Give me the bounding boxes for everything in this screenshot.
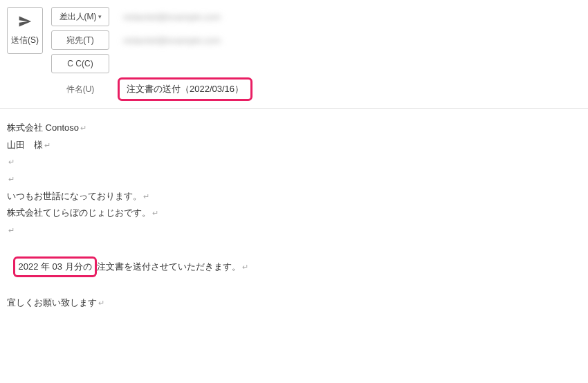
return-mark-icon: ↵	[143, 192, 149, 200]
body-line: 山田 様↵	[7, 137, 581, 154]
return-mark-icon: ↵	[80, 124, 86, 132]
to-button[interactable]: 宛先(T)	[51, 30, 109, 50]
body-line: ↵	[7, 222, 581, 239]
body-line: 2022 年 03 月分の注文書を送付させていただきます。↵	[7, 239, 581, 295]
subject-row: 件名(U) 注文書の送付（2022/03/16）	[51, 77, 581, 108]
from-address: redacted@example.com	[123, 12, 221, 22]
return-mark-icon: ↵	[152, 209, 158, 217]
from-label: 差出人(M)	[59, 11, 97, 23]
send-button[interactable]: 送信(S)	[7, 7, 43, 54]
body-line: ↵	[7, 153, 581, 171]
to-address: redacted@example.com	[123, 35, 221, 46]
return-mark-icon: ↵	[242, 263, 248, 271]
cc-label: C C(C)	[67, 59, 93, 68]
body-line: 株式会社てじらぼのじょじおです。↵	[7, 205, 581, 222]
from-row: 差出人(M) ▾ redacted@example.com	[51, 7, 581, 26]
to-row: 宛先(T) redacted@example.com	[51, 30, 581, 50]
send-icon	[18, 15, 32, 30]
return-mark-icon: ↵	[98, 299, 104, 307]
body-line: 宜しくお願い致します↵	[7, 295, 581, 312]
return-mark-icon: ↵	[8, 175, 15, 183]
highlighted-date-text: 2022 年 03 月分の	[13, 256, 96, 278]
return-mark-icon: ↵	[44, 141, 50, 149]
return-mark-icon: ↵	[8, 226, 15, 234]
email-body[interactable]: 株式会社 Contoso↵ 山田 様↵ ↵ ↵ いつもお世話になっております。↵…	[0, 109, 588, 323]
subject-input[interactable]: 注文書の送付（2022/03/16）	[118, 77, 252, 101]
from-value[interactable]: redacted@example.com	[118, 7, 581, 26]
return-mark-icon: ↵	[8, 158, 15, 166]
subject-label: 件名(U)	[51, 84, 109, 95]
chevron-down-icon: ▾	[98, 13, 102, 20]
from-button[interactable]: 差出人(M) ▾	[51, 7, 109, 26]
body-line: 株式会社 Contoso↵	[7, 120, 581, 137]
body-text: 注文書を送付させていただきます。	[97, 261, 241, 272]
body-line: ↵	[7, 171, 581, 188]
compose-header: 送信(S) 差出人(M) ▾ redacted@example.com 宛先(T…	[0, 0, 588, 109]
cc-button[interactable]: C C(C)	[51, 54, 109, 73]
to-value[interactable]: redacted@example.com	[118, 30, 581, 50]
body-line: いつもお世話になっております。↵	[7, 188, 581, 205]
fields-column: 差出人(M) ▾ redacted@example.com 宛先(T) reda…	[51, 7, 581, 108]
to-label: 宛先(T)	[66, 35, 93, 46]
send-label: 送信(S)	[11, 35, 39, 46]
cc-row: C C(C)	[51, 54, 581, 73]
cc-value[interactable]	[118, 54, 581, 73]
